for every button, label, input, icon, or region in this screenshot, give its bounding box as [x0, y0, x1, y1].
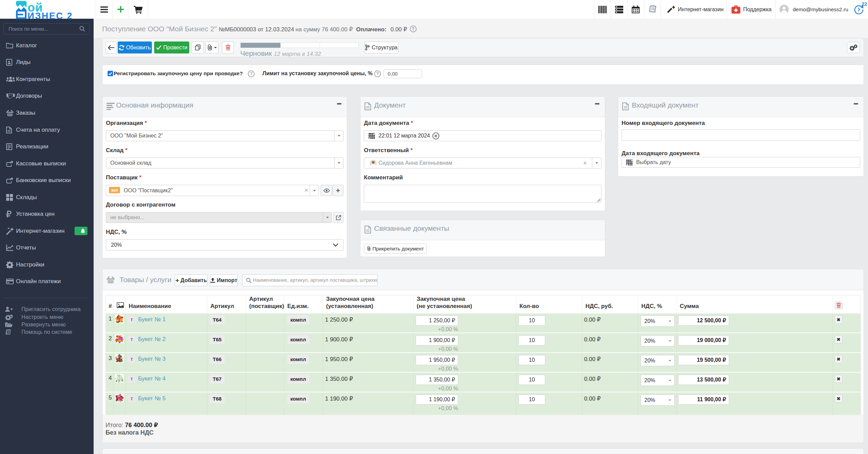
svg-text:ИЗНЕС 2: ИЗНЕС 2 — [28, 11, 73, 19]
